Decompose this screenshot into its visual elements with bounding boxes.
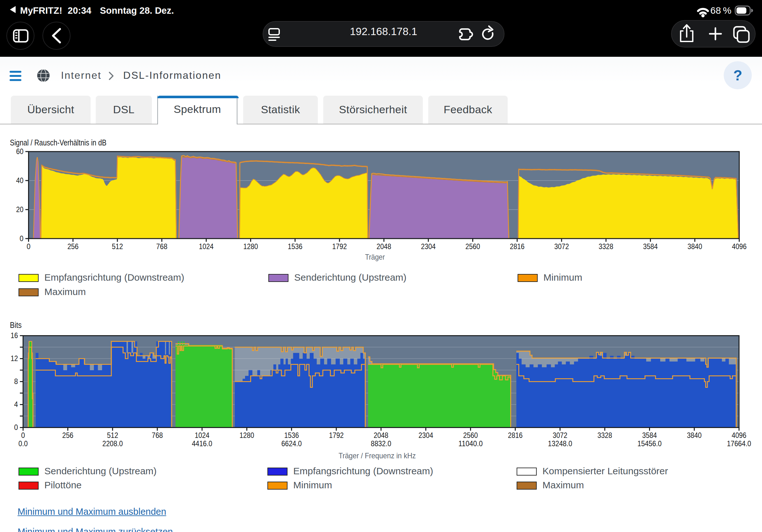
svg-text:0: 0 [14, 423, 18, 432]
svg-text:256: 256 [62, 431, 73, 439]
svg-text:3584: 3584 [642, 431, 657, 439]
svg-text:768: 768 [152, 431, 163, 439]
svg-text:15456.0: 15456.0 [638, 439, 662, 448]
svg-text:0.0: 0.0 [19, 439, 28, 448]
svg-text:12: 12 [11, 354, 18, 363]
svg-text:3840: 3840 [687, 431, 702, 439]
svg-text:4096: 4096 [732, 431, 746, 439]
svg-text:8: 8 [14, 377, 18, 386]
svg-text:11040.0: 11040.0 [459, 439, 483, 448]
svg-text:1536: 1536 [284, 431, 299, 439]
svg-text:1024: 1024 [194, 431, 209, 439]
svg-text:8832.0: 8832.0 [371, 439, 391, 448]
svg-text:1792: 1792 [329, 431, 344, 439]
svg-text:13248.0: 13248.0 [548, 439, 572, 448]
svg-text:6624.0: 6624.0 [281, 439, 302, 448]
svg-text:2208.0: 2208.0 [103, 439, 123, 448]
svg-text:2048: 2048 [374, 431, 388, 439]
svg-text:0: 0 [21, 431, 25, 439]
svg-text:2304: 2304 [418, 431, 433, 439]
svg-text:3328: 3328 [597, 431, 612, 439]
svg-text:Träger / Frequenz in kHz: Träger / Frequenz in kHz [339, 451, 416, 460]
svg-text:2816: 2816 [508, 431, 523, 439]
svg-text:17664.0: 17664.0 [727, 439, 751, 448]
svg-text:1280: 1280 [240, 431, 254, 439]
svg-text:4416.0: 4416.0 [192, 439, 212, 448]
svg-text:3072: 3072 [553, 431, 568, 439]
svg-text:16: 16 [11, 331, 18, 340]
svg-text:512: 512 [107, 431, 118, 439]
svg-text:4: 4 [14, 400, 18, 409]
svg-text:2560: 2560 [463, 431, 478, 439]
